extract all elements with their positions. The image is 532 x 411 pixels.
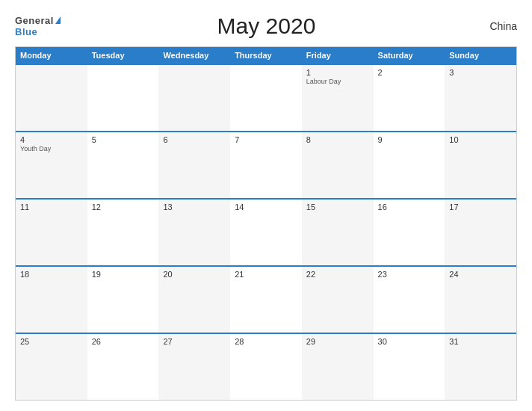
country-label: China bbox=[472, 20, 517, 32]
calendar-cell: 7 bbox=[230, 132, 302, 198]
page: General Blue May 2020 China MondayTuesda… bbox=[0, 0, 532, 411]
calendar-cell: 25 bbox=[16, 334, 87, 400]
calendar-cell: 31 bbox=[445, 334, 516, 400]
calendar-cell: 3 bbox=[445, 65, 516, 131]
day-number: 27 bbox=[163, 337, 226, 346]
calendar-cell: 18 bbox=[16, 267, 87, 333]
day-number: 6 bbox=[163, 135, 226, 144]
calendar-cell: 5 bbox=[87, 132, 159, 198]
day-number: 24 bbox=[449, 270, 512, 279]
day-number: 13 bbox=[163, 203, 226, 211]
day-number: 4 bbox=[20, 135, 83, 144]
calendar: MondayTuesdayWednesdayThursdayFridaySatu… bbox=[15, 46, 517, 401]
calendar-cell: 20 bbox=[158, 267, 230, 333]
day-number: 20 bbox=[163, 270, 226, 279]
header-day-wednesday: Wednesday bbox=[158, 47, 230, 64]
calendar-cell: 12 bbox=[87, 200, 159, 265]
day-number: 8 bbox=[306, 135, 369, 144]
calendar-week-4: 18192021222324 bbox=[16, 265, 516, 333]
calendar-cell: 9 bbox=[374, 132, 445, 198]
day-number: 2 bbox=[378, 68, 441, 77]
calendar-cell bbox=[16, 65, 87, 131]
day-number: 29 bbox=[306, 337, 369, 346]
calendar-cell: 10 bbox=[445, 132, 516, 198]
holiday-label: Labour Day bbox=[306, 78, 369, 86]
day-number: 26 bbox=[92, 337, 155, 346]
day-number: 10 bbox=[449, 135, 512, 144]
day-number: 7 bbox=[235, 135, 297, 144]
calendar-title: May 2020 bbox=[61, 13, 472, 39]
header-day-monday: Monday bbox=[16, 47, 87, 64]
calendar-body: 1Labour Day234Youth Day56789101112131415… bbox=[16, 64, 516, 400]
header-day-thursday: Thursday bbox=[230, 47, 302, 64]
day-number: 11 bbox=[20, 203, 83, 211]
calendar-week-1: 1Labour Day23 bbox=[16, 64, 516, 131]
day-number: 1 bbox=[306, 68, 369, 77]
calendar-header: MondayTuesdayWednesdayThursdayFridaySatu… bbox=[16, 47, 516, 64]
calendar-cell: 15 bbox=[302, 200, 374, 265]
calendar-cell: 26 bbox=[87, 334, 159, 400]
calendar-cell: 11 bbox=[16, 200, 87, 265]
day-number: 30 bbox=[378, 337, 441, 346]
calendar-week-3: 11121314151617 bbox=[16, 198, 516, 265]
calendar-cell: 8 bbox=[302, 132, 374, 198]
calendar-cell bbox=[158, 65, 230, 131]
calendar-cell: 6 bbox=[158, 132, 230, 198]
calendar-cell: 30 bbox=[374, 334, 445, 400]
calendar-cell: 19 bbox=[87, 267, 159, 333]
calendar-cell: 24 bbox=[445, 267, 516, 333]
calendar-cell: 14 bbox=[230, 200, 302, 265]
calendar-cell: 4Youth Day bbox=[16, 132, 87, 198]
day-number: 18 bbox=[20, 270, 83, 279]
day-number: 22 bbox=[306, 270, 369, 279]
header-day-tuesday: Tuesday bbox=[87, 47, 159, 64]
day-number: 19 bbox=[92, 270, 155, 279]
calendar-cell: 29 bbox=[302, 334, 374, 400]
header-day-sunday: Sunday bbox=[445, 47, 516, 64]
calendar-cell: 2 bbox=[374, 65, 445, 131]
day-number: 25 bbox=[20, 337, 83, 346]
calendar-cell: 22 bbox=[302, 267, 374, 333]
header: General Blue May 2020 China bbox=[15, 13, 517, 39]
holiday-label: Youth Day bbox=[20, 145, 83, 153]
day-number: 15 bbox=[306, 203, 369, 211]
calendar-cell bbox=[230, 65, 302, 131]
day-number: 3 bbox=[449, 68, 512, 77]
calendar-cell bbox=[87, 65, 159, 131]
day-number: 17 bbox=[449, 203, 512, 211]
calendar-week-2: 4Youth Day5678910 bbox=[16, 131, 516, 198]
calendar-cell: 23 bbox=[374, 267, 445, 333]
logo-blue: Blue bbox=[15, 26, 37, 37]
calendar-cell: 21 bbox=[230, 267, 302, 333]
logo-triangle-icon bbox=[55, 16, 61, 24]
day-number: 16 bbox=[378, 203, 441, 211]
logo-general: General bbox=[15, 16, 54, 25]
day-number: 9 bbox=[378, 135, 441, 144]
calendar-cell: 27 bbox=[158, 334, 230, 400]
day-number: 31 bbox=[449, 337, 512, 346]
header-day-friday: Friday bbox=[302, 47, 374, 64]
calendar-week-5: 25262728293031 bbox=[16, 333, 516, 400]
calendar-cell: 17 bbox=[445, 200, 516, 265]
calendar-cell: 28 bbox=[230, 334, 302, 400]
calendar-cell: 13 bbox=[158, 200, 230, 265]
day-number: 5 bbox=[92, 135, 155, 144]
calendar-cell: 1Labour Day bbox=[302, 65, 374, 131]
day-number: 28 bbox=[235, 337, 297, 346]
day-number: 21 bbox=[235, 270, 297, 279]
day-number: 23 bbox=[378, 270, 441, 279]
day-number: 12 bbox=[92, 203, 155, 211]
calendar-cell: 16 bbox=[374, 200, 445, 265]
header-day-saturday: Saturday bbox=[374, 47, 445, 64]
day-number: 14 bbox=[235, 203, 297, 211]
logo: General Blue bbox=[15, 16, 61, 37]
